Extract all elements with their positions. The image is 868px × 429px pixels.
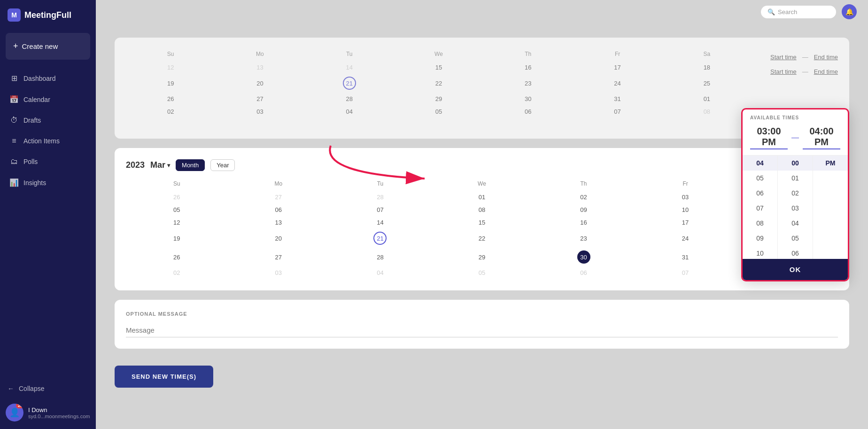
calendar-day[interactable]: 27 <box>228 248 330 266</box>
calendar-day[interactable]: 02 <box>126 105 215 118</box>
calendar-day[interactable]: 13 <box>228 216 330 229</box>
calendar-day[interactable]: 12 <box>126 216 228 229</box>
minute-item[interactable]: 06 <box>778 246 813 259</box>
minute-item[interactable]: 02 <box>778 186 813 201</box>
search-box[interactable]: 🔍 Search <box>761 6 836 18</box>
calendar-day[interactable]: 13 <box>215 61 304 74</box>
hours-column[interactable]: 0405060708091011 <box>743 156 778 259</box>
calendar-day[interactable]: 07 <box>635 266 736 279</box>
calendar-day[interactable]: 15 <box>431 216 533 229</box>
hour-item[interactable]: 07 <box>743 201 777 216</box>
collapse-button[interactable]: ← Collapse <box>6 381 90 396</box>
end-time-label-2[interactable]: End time <box>814 68 838 75</box>
start-time-display[interactable]: 03:00 PM <box>750 126 788 149</box>
calendar-day[interactable]: 05 <box>431 266 533 279</box>
calendar-day[interactable]: 09 <box>533 203 635 216</box>
calendar-day[interactable]: 28 <box>329 248 431 266</box>
sidebar-item-polls[interactable]: 🗂 Polls <box>4 152 92 172</box>
calendar-day[interactable]: 24 <box>573 74 662 93</box>
calendar-day[interactable]: 27 <box>215 93 304 105</box>
calendar-day[interactable]: 02 <box>126 266 228 279</box>
calendar-day[interactable]: 04 <box>305 105 394 118</box>
calendar-day[interactable]: 07 <box>329 203 431 216</box>
calendar-day[interactable]: 29 <box>394 93 483 105</box>
calendar-day[interactable]: 23 <box>533 229 635 248</box>
calendar-day[interactable]: 01 <box>662 93 752 105</box>
hour-item[interactable]: 09 <box>743 231 777 246</box>
end-time-label-1[interactable]: End time <box>814 54 838 61</box>
period-column[interactable]: PM <box>813 156 848 259</box>
hour-item[interactable]: 04 <box>743 156 777 171</box>
calendar-day[interactable]: 03 <box>228 266 330 279</box>
sidebar-item-insights[interactable]: 📊 Insights <box>4 172 92 193</box>
calendar-day[interactable]: 15 <box>394 61 483 74</box>
send-button[interactable]: SEND NEW TIME(S) <box>115 366 213 388</box>
start-time-label-2[interactable]: Start time <box>770 68 797 75</box>
calendar-day[interactable]: 19 <box>126 229 228 248</box>
calendar-day[interactable]: 28 <box>329 191 431 203</box>
calendar-day[interactable]: 27 <box>228 191 330 203</box>
sidebar-item-dashboard[interactable]: ⊞ Dashboard <box>4 68 92 88</box>
calendar-day[interactable]: 05 <box>126 203 228 216</box>
hour-item[interactable]: 05 <box>743 171 777 186</box>
period-item[interactable]: PM <box>813 156 848 171</box>
sidebar-item-drafts[interactable]: ⏱ Drafts <box>4 110 92 130</box>
calendar-day[interactable]: 06 <box>533 266 635 279</box>
user-profile[interactable]: 👤 26 I Down syd.0...moonmeetings.com <box>6 404 90 421</box>
minute-item[interactable]: 05 <box>778 231 813 246</box>
calendar-day[interactable]: 25 <box>662 74 752 93</box>
minute-item[interactable]: 03 <box>778 201 813 216</box>
calendar-day[interactable]: 30 <box>483 93 573 105</box>
calendar-day[interactable]: 12 <box>126 61 215 74</box>
calendar-day[interactable]: 20 <box>215 74 304 93</box>
month-view-button[interactable]: Month <box>176 159 205 171</box>
calendar-day[interactable]: 17 <box>635 216 736 229</box>
calendar-day[interactable]: 08 <box>662 105 752 118</box>
calendar-day[interactable]: 16 <box>533 216 635 229</box>
calendar-month-selector[interactable]: Mar ▾ <box>150 160 170 170</box>
notification-button[interactable]: 🔔 <box>842 4 857 19</box>
calendar-day[interactable]: 26 <box>126 248 228 266</box>
calendar-day[interactable]: 31 <box>573 93 662 105</box>
calendar-day[interactable]: 17 <box>573 61 662 74</box>
calendar-day[interactable]: 01 <box>431 191 533 203</box>
minute-item[interactable]: 04 <box>778 216 813 231</box>
calendar-day[interactable]: 06 <box>483 105 573 118</box>
minute-item[interactable]: 01 <box>778 171 813 186</box>
calendar-day[interactable]: 05 <box>394 105 483 118</box>
calendar-day[interactable]: 08 <box>431 203 533 216</box>
start-time-label-1[interactable]: Start time <box>770 54 797 61</box>
calendar-day[interactable]: 14 <box>305 61 394 74</box>
calendar-day[interactable]: 31 <box>635 248 736 266</box>
calendar-day[interactable]: 26 <box>126 93 215 105</box>
sidebar-item-calendar[interactable]: 📅 Calendar <box>4 89 92 109</box>
minute-item[interactable]: 00 <box>778 156 813 171</box>
calendar-day[interactable]: 02 <box>533 191 635 203</box>
calendar-day[interactable]: 14 <box>329 216 431 229</box>
calendar-day[interactable]: 07 <box>573 105 662 118</box>
calendar-day[interactable]: 21 <box>329 229 431 248</box>
calendar-day[interactable]: 20 <box>228 229 330 248</box>
hour-item[interactable]: 10 <box>743 246 777 259</box>
calendar-day[interactable]: 29 <box>431 248 533 266</box>
calendar-day[interactable]: 16 <box>483 61 573 74</box>
calendar-day[interactable]: 22 <box>394 74 483 93</box>
year-view-button[interactable]: Year <box>210 159 235 171</box>
create-new-button[interactable]: + Create new <box>6 33 90 60</box>
calendar-day[interactable]: 26 <box>126 191 228 203</box>
calendar-day[interactable]: 22 <box>431 229 533 248</box>
calendar-day[interactable]: 28 <box>305 93 394 105</box>
calendar-day[interactable]: 30 <box>533 248 635 266</box>
hour-item[interactable]: 08 <box>743 216 777 231</box>
calendar-day[interactable]: 03 <box>215 105 304 118</box>
calendar-day[interactable]: 10 <box>635 203 736 216</box>
sidebar-item-action-items[interactable]: ≡ Action Items <box>4 131 92 151</box>
end-time-display[interactable]: 04:00 PM <box>803 126 840 149</box>
hour-item[interactable]: 06 <box>743 186 777 201</box>
ok-button[interactable]: OK <box>743 259 848 280</box>
minutes-column[interactable]: 0001020304050607 <box>778 156 813 259</box>
calendar-day[interactable]: 06 <box>228 203 330 216</box>
calendar-day[interactable]: 21 <box>305 74 394 93</box>
calendar-day[interactable]: 18 <box>662 61 752 74</box>
message-input[interactable] <box>126 323 838 337</box>
